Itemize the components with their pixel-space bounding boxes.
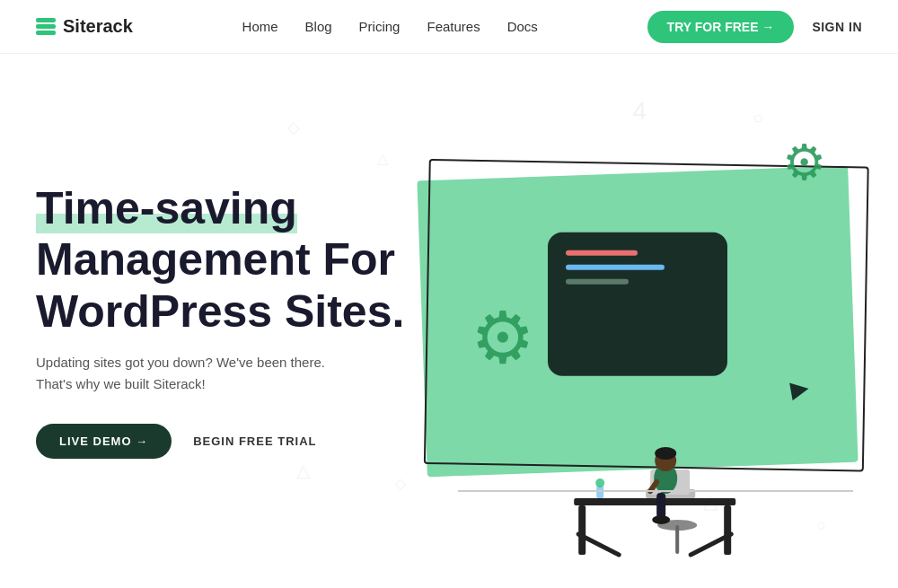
illus-baseline xyxy=(458,490,853,492)
deco-6: ◇ xyxy=(395,475,406,492)
hero-buttons: LIVE DEMO → BEGIN FREE TRIAL xyxy=(36,424,413,459)
logo-text: Siterack xyxy=(63,16,133,37)
nav-docs[interactable]: Docs xyxy=(507,19,538,34)
logo[interactable]: Siterack xyxy=(36,16,133,37)
hero-left: Time-saving Management ForWordPress Site… xyxy=(36,183,413,460)
nav-links: Home Blog Pricing Features Docs xyxy=(242,19,538,35)
svg-rect-2 xyxy=(724,505,731,555)
svg-point-16 xyxy=(595,478,604,487)
nav-blog[interactable]: Blog xyxy=(305,19,332,34)
hero-subtitle: Updating sites got you down? We've been … xyxy=(36,352,341,395)
nav-right: TRY FOR FREE → SIGN IN xyxy=(647,11,862,43)
deco-5: △ xyxy=(296,460,310,481)
desk-person-svg xyxy=(547,417,762,561)
illus-monitor xyxy=(548,232,727,375)
svg-rect-1 xyxy=(578,505,585,555)
sign-in-link[interactable]: SIGN IN xyxy=(812,20,862,34)
gear-large-icon: ⚙ xyxy=(471,296,535,380)
nav-pricing[interactable]: Pricing xyxy=(359,19,401,34)
deco-2: △ xyxy=(377,150,388,167)
hero-section: ◇ △ ○ 4 △ ◇ △ ○ ◇ Time-saving Management… xyxy=(0,54,898,588)
gear-small-icon: ⚙ xyxy=(782,134,826,191)
svg-rect-15 xyxy=(596,486,603,498)
svg-point-11 xyxy=(655,447,676,460)
illus-monitor-line-2 xyxy=(566,264,665,269)
svg-rect-12 xyxy=(656,493,665,518)
logo-icon xyxy=(36,18,56,35)
svg-rect-6 xyxy=(675,525,679,554)
hero-title-highlight: Time-saving xyxy=(36,183,297,233)
nav-home[interactable]: Home xyxy=(242,19,278,34)
try-for-free-button[interactable]: TRY FOR FREE → xyxy=(647,11,795,43)
live-demo-button[interactable]: LIVE DEMO → xyxy=(36,424,172,459)
navbar: Siterack Home Blog Pricing Features Docs… xyxy=(0,0,898,54)
hero-illustration: ⚙ ⚙ ▶ xyxy=(413,54,862,588)
svg-rect-0 xyxy=(574,498,735,505)
illus-monitor-line-1 xyxy=(566,250,638,255)
nav-features[interactable]: Features xyxy=(427,19,480,34)
begin-free-trial-button[interactable]: BEGIN FREE TRIAL xyxy=(193,434,316,448)
illus-monitor-line-3 xyxy=(566,278,629,284)
deco-1: ◇ xyxy=(287,118,300,137)
svg-point-13 xyxy=(652,515,670,524)
hero-title: Time-saving Management ForWordPress Site… xyxy=(36,183,413,338)
